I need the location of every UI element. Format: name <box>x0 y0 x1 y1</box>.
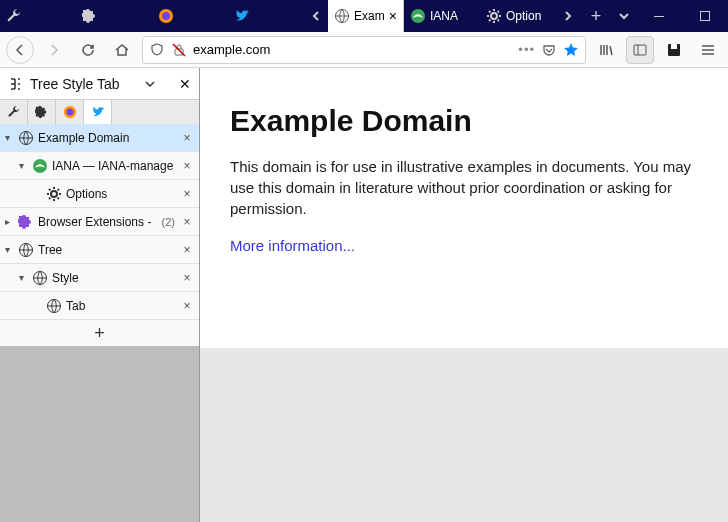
close-icon[interactable]: × <box>179 187 195 201</box>
pin-firefox[interactable] <box>56 100 84 124</box>
tree-label: Example Domain <box>38 131 179 145</box>
close-icon[interactable]: × <box>179 131 195 145</box>
tab-pinned-wrench[interactable] <box>0 0 76 32</box>
tree-item-options[interactable]: Options × <box>0 180 199 208</box>
tab-scroll-right[interactable] <box>556 0 580 32</box>
svg-rect-10 <box>671 44 677 49</box>
more-info-link[interactable]: More information... <box>230 237 355 254</box>
chevron-down-icon <box>145 79 155 89</box>
maximize-icon <box>699 10 711 22</box>
tree-label: Options <box>66 187 179 201</box>
content-area: Example Domain This domain is for use in… <box>200 68 728 522</box>
maximize-button[interactable] <box>682 0 728 32</box>
pocket-icon[interactable] <box>541 42 557 58</box>
tree-item-style[interactable]: ▾ Style × <box>0 264 199 292</box>
globe-icon <box>32 270 48 286</box>
url-input[interactable] <box>193 42 512 57</box>
tree-item-tab[interactable]: Tab × <box>0 292 199 320</box>
tab-iana[interactable]: IANA <box>404 0 480 32</box>
globe-icon <box>18 130 34 146</box>
back-button[interactable] <box>6 36 34 64</box>
tree-label: Tree <box>38 243 179 257</box>
chevron-right-icon <box>563 11 573 21</box>
tab-pinned-extension[interactable] <box>76 0 152 32</box>
tab-firefox[interactable] <box>152 0 228 32</box>
iana-icon <box>32 158 48 174</box>
new-tab-button[interactable]: + <box>580 0 612 32</box>
app-menu-button[interactable] <box>694 36 722 64</box>
titlebar: Example × IANA Option + <box>0 0 728 32</box>
forward-button[interactable] <box>40 36 68 64</box>
twisty-icon[interactable]: ▾ <box>0 132 14 143</box>
save-page-button[interactable] <box>660 36 688 64</box>
iana-icon <box>410 8 426 24</box>
pin-extension[interactable] <box>28 100 56 124</box>
tree-item-example[interactable]: ▾ Example Domain × <box>0 124 199 152</box>
tab-list-button[interactable] <box>612 0 636 32</box>
arrow-right-icon <box>46 42 62 58</box>
close-icon[interactable]: × <box>389 9 397 23</box>
twitter-icon <box>91 105 105 119</box>
wrench-icon <box>6 8 22 24</box>
home-icon <box>114 42 130 58</box>
svg-point-15 <box>66 109 73 116</box>
tree-new-tab-button[interactable]: + <box>0 320 199 346</box>
library-button[interactable] <box>592 36 620 64</box>
tab-tree: ▾ Example Domain × ▾ IANA — IANA-manage … <box>0 124 199 346</box>
sidebar: Tree Style Tab ✕ ▾ Example Domain × ▾ IA… <box>0 68 200 522</box>
tab-label: Example <box>354 9 385 23</box>
close-icon[interactable]: × <box>179 159 195 173</box>
firefox-icon <box>63 105 77 119</box>
sidebar-close-button[interactable]: ✕ <box>179 77 191 91</box>
chevron-down-icon <box>619 11 629 21</box>
tab-label: IANA <box>430 9 473 23</box>
arrow-left-icon <box>12 42 28 58</box>
twisty-icon[interactable]: ▾ <box>0 244 14 255</box>
svg-point-18 <box>51 191 57 197</box>
tree-item-iana[interactable]: ▾ IANA — IANA-manage × <box>0 152 199 180</box>
tab-strip: Example × IANA Option + <box>0 0 636 32</box>
svg-point-4 <box>491 13 497 19</box>
tree-label: Browser Extensions - <box>38 215 158 229</box>
close-icon[interactable]: × <box>179 243 195 257</box>
wrench-icon <box>7 105 21 119</box>
pin-wrench[interactable] <box>0 100 28 124</box>
sidebar-toggle-button[interactable] <box>626 36 654 64</box>
lock-slash-icon <box>171 42 187 58</box>
sidebar-header[interactable]: Tree Style Tab ✕ <box>0 68 199 100</box>
hamburger-icon <box>700 42 716 58</box>
close-icon[interactable]: × <box>179 299 195 313</box>
nav-toolbar: ••• <box>0 32 728 68</box>
puzzle-icon <box>35 105 49 119</box>
tree-item-extensions[interactable]: ▸ Browser Extensions - (2) × <box>0 208 199 236</box>
tab-twitter[interactable] <box>228 0 304 32</box>
svg-rect-8 <box>634 45 646 55</box>
tab-scroll-left[interactable] <box>304 0 328 32</box>
tree-item-tree[interactable]: ▾ Tree × <box>0 236 199 264</box>
svg-point-11 <box>18 78 20 80</box>
gear-icon <box>46 186 62 202</box>
reload-button[interactable] <box>74 36 102 64</box>
tab-label: Option <box>506 9 549 23</box>
library-icon <box>598 42 614 58</box>
tab-options[interactable]: Option <box>480 0 556 32</box>
chevron-left-icon <box>311 11 321 21</box>
twisty-icon[interactable]: ▾ <box>14 272 28 283</box>
url-bar[interactable]: ••• <box>142 36 586 64</box>
svg-point-1 <box>162 12 170 20</box>
tab-example[interactable]: Example × <box>328 0 404 32</box>
pin-twitter[interactable] <box>84 100 112 124</box>
twisty-icon[interactable]: ▸ <box>0 216 14 227</box>
svg-rect-6 <box>701 12 710 21</box>
globe-icon <box>46 298 62 314</box>
page-actions-icon[interactable]: ••• <box>518 42 535 57</box>
tree-count: (2) <box>162 216 175 228</box>
svg-point-13 <box>18 88 20 90</box>
twisty-icon[interactable]: ▾ <box>14 160 28 171</box>
close-icon[interactable]: × <box>179 215 195 229</box>
minimize-button[interactable] <box>636 0 682 32</box>
sidebar-pinned-row <box>0 100 199 124</box>
bookmark-star-icon[interactable] <box>563 42 579 58</box>
close-icon[interactable]: × <box>179 271 195 285</box>
home-button[interactable] <box>108 36 136 64</box>
